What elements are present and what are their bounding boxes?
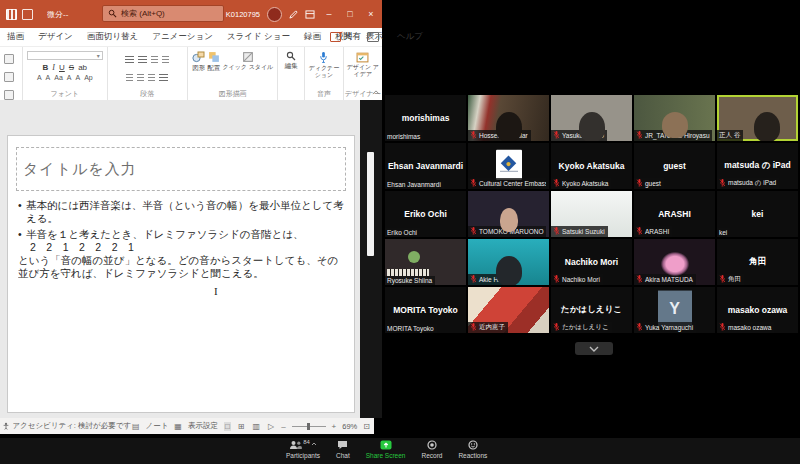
collapse-ribbon-icon[interactable] — [372, 81, 380, 99]
participant-tile[interactable]: Akira MATSUDA — [634, 239, 715, 285]
italic-button[interactable]: I — [52, 63, 55, 72]
participant-tile[interactable]: Kyoko AkatsukaKyoko Akatsuka — [551, 143, 632, 189]
dictate-button[interactable]: ディクテーション — [308, 51, 339, 79]
participant-tile[interactable]: 角田角田 — [717, 239, 798, 285]
account-avatar[interactable] — [267, 7, 282, 22]
design-ideas-button[interactable]: デザイン アイデア — [347, 51, 379, 78]
chevron-up-icon[interactable] — [311, 440, 317, 447]
align-left-icon[interactable] — [126, 74, 133, 82]
search-placeholder: 検索 (Alt+Q) — [121, 8, 165, 19]
ribbon-tab[interactable]: スライド ショー — [220, 31, 297, 43]
arrange-button[interactable]: 配置 — [207, 51, 220, 71]
shrink-font-button[interactable]: A — [75, 74, 80, 81]
font-color-button[interactable]: A — [37, 74, 42, 81]
ribbon-options-icon[interactable] — [305, 10, 315, 19]
align-center-icon[interactable] — [137, 74, 144, 82]
grow-font-button[interactable]: A — [67, 74, 72, 81]
participant-tile[interactable]: masako ozawamasako ozawa — [717, 287, 798, 333]
participant-tile[interactable]: Yasuko GOTO — [551, 95, 632, 141]
participant-tile[interactable]: Ryosuke Shiina — [385, 239, 466, 285]
chat-button[interactable]: Chat — [336, 440, 350, 459]
zoom-out-button[interactable]: – — [281, 422, 285, 431]
ribbon-tab[interactable]: 録画 — [297, 31, 328, 43]
share-button[interactable]: Share Screen — [366, 440, 406, 459]
participant-tile[interactable]: 近内恵子 — [468, 287, 549, 333]
minimize-button[interactable]: – — [322, 9, 336, 19]
indent-icon[interactable] — [151, 56, 158, 64]
zoom-slider[interactable] — [292, 426, 326, 427]
zoom-in-button[interactable]: + — [332, 422, 337, 431]
participant-tile[interactable]: TOMOKO MARUONO — [468, 191, 549, 237]
participant-tile[interactable]: MORITA ToyokoMORITA Toyoko — [385, 287, 466, 333]
participant-tile[interactable]: Nachiko MoriNachiko Mori — [551, 239, 632, 285]
participant-tile[interactable]: Akie Hata — [468, 239, 549, 285]
participant-tile[interactable]: Ehsan JavanmardiEhsan Javanmardi — [385, 143, 466, 189]
participant-tile[interactable]: matsuda の iPadmatsuda の iPad — [717, 143, 798, 189]
strikethrough-button[interactable]: S — [69, 63, 74, 72]
reactions-button[interactable]: Reactions — [458, 440, 487, 459]
search-box[interactable]: 検索 (Alt+Q) — [102, 5, 224, 22]
bold-button[interactable]: B — [43, 63, 49, 72]
accessibility-status[interactable]: アクセシビリティ: 検討が必要です — [13, 421, 131, 431]
maximize-button[interactable]: □ — [343, 9, 357, 19]
record-button[interactable]: Record — [421, 440, 442, 459]
save-icon[interactable] — [22, 9, 33, 20]
copy-icon[interactable] — [4, 90, 14, 100]
ribbon-tab[interactable]: デザイン — [31, 31, 80, 43]
paste-icon[interactable] — [4, 54, 14, 64]
clear-format-button[interactable]: Ap — [84, 74, 93, 81]
underline-button[interactable]: U — [59, 63, 65, 72]
numbering-icon[interactable] — [138, 56, 147, 64]
zoom-level[interactable]: 69% — [342, 422, 357, 431]
close-button[interactable]: × — [364, 9, 378, 19]
participant-tile[interactable]: ARASHIARASHI — [634, 191, 715, 237]
ribbon-tab[interactable]: 描画 — [0, 31, 31, 43]
participant-tile[interactable]: Hossein Divsalar — [468, 95, 549, 141]
participant-label-text: Yuka Yamaguchi — [645, 324, 693, 331]
highlight-button[interactable]: ab — [78, 63, 87, 72]
participant-tile[interactable]: keikei — [717, 191, 798, 237]
bullets-icon[interactable] — [125, 56, 134, 64]
participant-tile[interactable]: guestguest — [634, 143, 715, 189]
participants-button[interactable]: 84Participants — [286, 440, 320, 459]
normal-view-button[interactable]: □ — [224, 422, 231, 431]
ribbon-tab[interactable]: 画面切り替え — [80, 31, 145, 43]
ribbon-tab[interactable]: ヘルプ — [390, 31, 430, 43]
participant-tile[interactable]: 正人 谷 — [717, 95, 798, 141]
participant-tile[interactable]: Satsuki Suzuki — [551, 191, 632, 237]
slide-body-text[interactable]: •基本的には西洋音楽は、半音（という音の幅）を最小単位として考える。•半音を１と… — [18, 196, 348, 298]
slide-sorter-view-button[interactable]: ⊞ — [237, 422, 246, 431]
vertical-scrollbar[interactable] — [367, 152, 374, 256]
participant-tile[interactable]: YYuka Yamaguchi — [634, 287, 715, 333]
case-button[interactable]: Aa — [54, 74, 63, 81]
pen-icon[interactable] — [289, 10, 298, 19]
notes-button[interactable]: ノート — [145, 421, 168, 431]
display-settings-button[interactable]: 表示設定 — [188, 421, 218, 431]
shapes-button[interactable]: 図形 — [192, 51, 205, 71]
line-spacing-icon[interactable] — [162, 56, 169, 64]
align-right-icon[interactable] — [148, 74, 155, 82]
font-name-select[interactable]: ▾ — [27, 51, 103, 60]
slide[interactable]: タイトルを入力 •基本的には西洋音楽は、半音（という音の幅）を最小単位として考え… — [8, 136, 354, 412]
participant-tile[interactable]: Eriko OchiEriko Ochi — [385, 191, 466, 237]
quick-styles-button[interactable]: クイック スタイル — [222, 51, 273, 71]
cut-icon[interactable] — [4, 72, 14, 82]
ribbon-tab[interactable]: アニメーション — [145, 31, 220, 43]
slide-title-placeholder[interactable]: タイトルを入力 — [16, 147, 346, 191]
participant-tile[interactable]: Cultural Center Embassy... — [468, 143, 549, 189]
comments-icon[interactable] — [367, 32, 379, 42]
participant-tile[interactable]: JR_TANABE Hiroyasu — [634, 95, 715, 141]
gallery-next-page-button[interactable] — [575, 342, 613, 355]
slideshow-button[interactable]: ▷ — [267, 422, 275, 431]
autosave-icon[interactable] — [6, 9, 17, 20]
fit-slide-button[interactable]: ⊡ — [363, 422, 370, 431]
columns-icon[interactable] — [159, 74, 168, 82]
share-button[interactable]: 共有 — [330, 31, 361, 43]
participant-tile[interactable]: morishimasmorishimas — [385, 95, 466, 141]
participant-tile[interactable]: たかはしえりこたかはしえりこ — [551, 287, 632, 333]
account-name[interactable]: K0120795 — [226, 10, 260, 19]
char-color-button[interactable]: A — [46, 74, 51, 81]
reading-view-button[interactable]: ▥ — [251, 422, 261, 431]
participant-label: Yuka Yamaguchi — [634, 322, 696, 333]
editing-button[interactable]: 編集 — [281, 51, 301, 69]
